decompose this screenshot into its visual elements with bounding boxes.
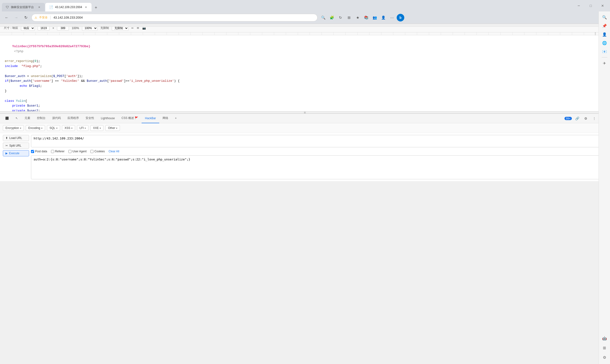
tab-server[interactable]: 📄 43.142.109.233:2004 ✕ xyxy=(45,3,91,12)
other-menu[interactable]: Other ▾ xyxy=(105,125,120,131)
tab-close-2[interactable]: ✕ xyxy=(84,5,88,9)
separator: │ xyxy=(50,16,52,19)
tab-application[interactable]: 应用程序 xyxy=(64,114,82,123)
sidebar-mail-icon[interactable]: 📧 xyxy=(601,48,608,55)
tab-pointer[interactable]: ↖ xyxy=(12,114,21,123)
edge-ai-icon[interactable]: b xyxy=(397,14,404,21)
tab-css[interactable]: CSS 概述 🚩 xyxy=(118,114,142,123)
sources-label: 源代码 xyxy=(52,116,61,120)
sidebar-bot-icon[interactable]: 🤖 xyxy=(601,334,608,342)
sidebar-grid-icon[interactable]: ⊞ xyxy=(601,344,608,351)
css-label: CSS 概述 🚩 xyxy=(122,116,138,120)
settings-icon[interactable]: ⋯ xyxy=(388,14,396,21)
user-agent-checkbox-label[interactable]: User Agent xyxy=(68,150,87,153)
cookies-checkbox-label[interactable]: Cookies xyxy=(90,150,105,153)
refresh-icon[interactable]: ↻ xyxy=(337,14,344,21)
user-agent-checkbox[interactable] xyxy=(68,150,72,153)
devtools-more-icon[interactable]: ⋮ xyxy=(591,115,597,122)
reload-button[interactable]: ↻ xyxy=(22,14,30,21)
sql-arrow: ▾ xyxy=(56,127,57,130)
sql-label: SQL xyxy=(50,126,55,130)
tab-lighthouse[interactable]: Lighthouse xyxy=(97,114,118,123)
favorites-icon[interactable]: ★ xyxy=(354,14,361,21)
xss-menu[interactable]: XSS ▾ xyxy=(62,125,75,131)
close-button[interactable]: ✕ xyxy=(597,2,608,10)
elements-label: 元素 xyxy=(25,116,30,120)
tab-favicon-2: 📄 xyxy=(49,5,53,9)
application-label: 应用程序 xyxy=(67,116,79,120)
lfi-menu[interactable]: LFI ▾ xyxy=(77,125,89,131)
maximize-button[interactable]: □ xyxy=(585,2,596,10)
code-line-1: error_reporting(0); xyxy=(5,59,605,64)
forward-button[interactable]: → xyxy=(13,14,20,21)
split-url-icon: ✂ xyxy=(5,144,8,147)
url-input[interactable] xyxy=(31,135,607,147)
minimize-button[interactable]: − xyxy=(573,2,584,10)
devtools-tab-bar: ⬛ ↖ 元素 控制台 源代码 应用程序 安全性 Lighthouse CSS 概… xyxy=(0,114,610,123)
user-agent-label: User Agent xyxy=(72,150,87,153)
new-tab-button[interactable]: + xyxy=(92,4,100,12)
execute-label: Execute xyxy=(9,152,19,155)
ruler-marks xyxy=(0,32,610,35)
tab-close-1[interactable]: ✕ xyxy=(37,5,41,9)
tab-hackbar[interactable]: HackBar xyxy=(142,114,159,123)
tab-network[interactable]: 网络 xyxy=(159,114,172,123)
search-icon[interactable]: 🔍 xyxy=(319,14,327,21)
tab-sources[interactable]: 源代码 xyxy=(49,114,64,123)
tab-security[interactable]: 安全性 xyxy=(82,114,97,123)
code-line-4: $unser_auth = unserialize($_POST['auth']… xyxy=(5,74,605,79)
back-button[interactable]: ← xyxy=(3,14,11,21)
collection-icon[interactable]: 📚 xyxy=(362,14,370,21)
ruler-icon-pen[interactable]: ✏ xyxy=(131,26,134,30)
clear-all-link[interactable]: Clear All xyxy=(108,150,119,153)
address-bar[interactable]: ⚠ 不安全 │ 43.142.109.233:2004 xyxy=(31,14,318,21)
post-data-checkbox[interactable] xyxy=(31,150,34,153)
encoding-menu[interactable]: Encoding ▾ xyxy=(26,125,45,131)
execute-button[interactable]: ▶ Execute xyxy=(3,150,29,156)
ruler-icon-camera[interactable]: 📷 xyxy=(142,26,146,30)
sidebar-send-icon[interactable]: ✈ xyxy=(601,59,608,67)
sidebar-settings-icon[interactable]: ⚙ xyxy=(601,353,608,361)
security-label: 不安全 xyxy=(39,15,48,20)
code-line-11: private $user2; xyxy=(5,108,605,112)
referer-checkbox-label[interactable]: Referer xyxy=(51,150,65,153)
sidebar-globe-icon[interactable]: 🌐 xyxy=(601,39,608,47)
other-label: Other xyxy=(108,126,115,130)
sidebar-user-icon[interactable]: 👤 xyxy=(601,30,608,38)
tab-title-2: 43.142.109.233:2004 xyxy=(55,5,82,9)
post-data-checkbox-label[interactable]: Post data xyxy=(31,150,47,153)
encryption-menu[interactable]: Encryption ▾ xyxy=(3,125,24,131)
sidebar-pin-icon[interactable]: 📌 xyxy=(601,22,608,30)
social-icon[interactable]: 👥 xyxy=(371,14,378,21)
resize-handle[interactable]: ≡ xyxy=(0,112,610,114)
tab-yulin[interactable]: 🛡 御林安全招新平台 ✕ xyxy=(2,3,45,12)
hackbar-buttons: ⬆ Load URL ✂ Split URL ▶ Execute xyxy=(3,135,29,179)
sidebar-search-icon[interactable]: 🔍 xyxy=(601,13,608,21)
post-data-input[interactable] xyxy=(31,156,607,179)
tab-elements[interactable]: 元素 xyxy=(21,114,34,123)
post-data-label: Post data xyxy=(35,150,47,153)
code-flag-line: YulinSec{2f5575fb765a359e826b82a4727793b… xyxy=(5,39,605,59)
extension-icon[interactable]: 🧩 xyxy=(328,14,336,21)
cookies-checkbox[interactable] xyxy=(90,150,93,153)
xss-label: XSS xyxy=(65,126,70,130)
devtools-link-icon[interactable]: 🔗 xyxy=(574,115,580,122)
lfi-arrow: ▾ xyxy=(85,127,86,130)
sidebar-icon[interactable]: ⊞ xyxy=(345,14,353,21)
ruler-icon-eye[interactable]: 👁 xyxy=(137,26,140,30)
sql-menu[interactable]: SQL ▾ xyxy=(47,125,60,131)
tab-console[interactable]: 控制台 xyxy=(34,114,49,123)
tab-add[interactable]: + xyxy=(172,114,180,123)
hackbar-content: Encryption ▾ Encoding ▾ SQL ▾ XSS ▾ LFI … xyxy=(0,123,610,181)
xxe-menu[interactable]: XXE ▾ xyxy=(90,125,104,131)
referer-checkbox[interactable] xyxy=(51,150,54,153)
load-url-icon: ⬆ xyxy=(5,136,8,140)
referer-label: Referer xyxy=(55,150,65,153)
tab-inspect[interactable]: ⬛ xyxy=(2,114,12,123)
load-url-button[interactable]: ⬆ Load URL xyxy=(3,135,29,141)
profile-icon[interactable]: 👤 xyxy=(379,14,387,21)
devtools-settings-icon[interactable]: ⚙ xyxy=(582,115,589,122)
inspect-icon: ⬛ xyxy=(5,117,9,120)
encoding-arrow: ▾ xyxy=(41,127,42,130)
split-url-button[interactable]: ✂ Split URL xyxy=(3,143,29,149)
